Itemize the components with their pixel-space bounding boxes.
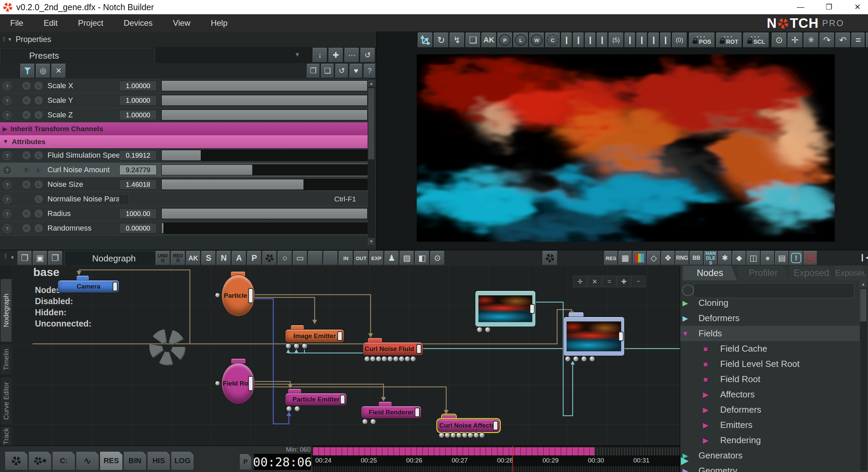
skip-start-button[interactable]: ❙◀ (859, 253, 868, 262)
tab-nodegraph[interactable]: Nodegraph (1, 279, 12, 342)
link-badge[interactable]: L (35, 166, 43, 174)
toolbar-grip[interactable]: ⁞⁞ (4, 253, 6, 260)
graph-fit-button[interactable]: ✕ (588, 276, 602, 287)
transform-axes-button[interactable] (418, 33, 433, 47)
param-slider[interactable] (161, 80, 368, 91)
expand-icon[interactable]: ▶ (701, 391, 711, 399)
timeline-loop-region[interactable] (313, 447, 594, 455)
param-slider[interactable] (161, 179, 368, 190)
link-badge[interactable]: L (35, 180, 43, 189)
scroll-down-icon[interactable]: ▼ (368, 238, 375, 245)
node-pin[interactable] (581, 356, 587, 362)
node-pin[interactable] (285, 343, 291, 349)
preset-add-button[interactable]: ✚ (329, 48, 343, 62)
node-output-slot[interactable] (248, 376, 253, 391)
tree-item-rendering[interactable]: ▶Rendering (680, 433, 860, 448)
keyframe-badge[interactable]: K (22, 224, 31, 232)
param-slider[interactable] (161, 95, 368, 106)
tab-profiler[interactable]: Profiler (738, 266, 789, 280)
node-pin[interactable] (370, 356, 376, 362)
node-pin[interactable] (589, 356, 595, 362)
settings-button[interactable] (5, 451, 28, 470)
menu-project[interactable]: Project (68, 18, 114, 28)
gear-flower-button[interactable] (262, 251, 277, 265)
minimize-button[interactable]: — (793, 3, 808, 12)
node-pin[interactable] (286, 406, 292, 412)
info-display-button[interactable]: ▤ (775, 251, 789, 265)
node-pin[interactable] (473, 432, 479, 438)
keyframe-badge[interactable]: K (22, 166, 31, 174)
param-value[interactable]: 0.00000 (119, 223, 157, 233)
rgb-channels-button[interactable] (633, 251, 646, 265)
menu-view[interactable]: View (163, 18, 201, 28)
local-button[interactable]: L (513, 33, 528, 47)
param-slider[interactable] (161, 223, 368, 234)
node-pin[interactable] (439, 432, 445, 438)
rotate-tool-button[interactable]: ↻ (434, 33, 449, 47)
straight-link-button[interactable] (323, 251, 338, 265)
filter-button[interactable] (20, 64, 35, 78)
wire-cube-button[interactable]: ◇ (647, 251, 660, 265)
asterisk-button[interactable]: ✱ (718, 251, 732, 265)
snap-i1-button[interactable]: ❙ (561, 33, 572, 47)
node-pin[interactable] (376, 356, 381, 362)
bounding-box-button[interactable]: BB (690, 251, 703, 265)
link-badge[interactable]: L (35, 96, 43, 104)
preset-more-button[interactable]: ⋯ (344, 48, 359, 62)
tab-curve-editor[interactable]: Curve Editor (1, 377, 12, 425)
param-slider[interactable] (161, 164, 368, 175)
res-toggle-button[interactable]: RES (604, 251, 618, 265)
restore-button[interactable]: ❐ (821, 3, 837, 12)
undo-button[interactable]: UNDO (156, 251, 170, 265)
grid-quad-button[interactable]: ▦ (618, 251, 632, 265)
snap-i6-button[interactable]: ❙ (636, 33, 647, 47)
presets-dropdown-arrow-icon[interactable]: ▼ (294, 51, 300, 58)
menu-help[interactable]: Help (201, 18, 238, 28)
node-pin[interactable] (364, 356, 370, 362)
node-input-pin[interactable] (215, 381, 220, 386)
graph-zoom-out-button[interactable]: − (631, 276, 646, 287)
expand-icon[interactable]: ▶ (680, 299, 690, 307)
log-button[interactable]: LOG (171, 451, 194, 470)
node-output-slot[interactable] (248, 288, 253, 303)
revert-button[interactable]: ↺ (335, 64, 348, 78)
tree-item-affectors[interactable]: ▶Affectors (680, 387, 860, 402)
ghost-nodes-button[interactable]: ♟ (384, 251, 399, 265)
magnify-button[interactable]: ○ (866, 33, 868, 47)
node-field-renderer[interactable]: Field Renderer (361, 406, 421, 419)
node-curl-noise-affector[interactable]: Curl Noise Affector (437, 419, 500, 432)
help-badge[interactable]: ? (3, 180, 12, 189)
node-pin[interactable] (410, 356, 416, 362)
bin-button[interactable]: BIN (123, 451, 146, 470)
move-gizmo-button[interactable]: ✛ (788, 33, 803, 47)
scroll-up-icon[interactable]: ▲ (368, 80, 375, 87)
preset-reset-button[interactable]: ↺ (360, 48, 375, 62)
preset-download-button[interactable]: ↓ (313, 48, 327, 62)
help-badge[interactable]: ? (3, 96, 12, 105)
tree-item-generators[interactable]: ▶Generators (680, 448, 860, 463)
node-image-emitter[interactable]: Image Emitter (285, 329, 344, 343)
lock-rotation-button[interactable]: ▪▪▪ ROT (716, 33, 742, 47)
node-video-preview-1[interactable] (475, 291, 536, 327)
node-pin[interactable] (370, 419, 376, 425)
help-badge[interactable]: ? (3, 195, 12, 204)
collapse-icon[interactable]: ▼ (7, 37, 12, 42)
node-pin[interactable] (565, 356, 571, 362)
node-pin[interactable] (468, 432, 473, 438)
cache-button[interactable]: C: (52, 451, 75, 470)
param-value[interactable]: 1.46018 (119, 179, 157, 190)
scale-gizmo-button[interactable]: ✳ (804, 33, 818, 47)
keyframe-badge[interactable]: K (22, 111, 31, 119)
param-value[interactable]: 0.19912 (119, 150, 157, 160)
clear-filter-button[interactable]: ✕ (52, 64, 66, 78)
expand-icon[interactable]: ▶ (701, 436, 711, 445)
snap-i2-button[interactable]: ❙ (573, 33, 584, 47)
tree-item-fields[interactable]: ▼Fields (680, 326, 860, 341)
link-badge[interactable]: L (35, 210, 43, 218)
param-value[interactable]: 1000.00 (119, 209, 157, 219)
node-pin[interactable] (573, 356, 579, 362)
resources-button[interactable]: RES (100, 451, 123, 470)
link-badge[interactable]: L (35, 195, 43, 203)
panel-grip[interactable]: ⁞⁞ (3, 36, 5, 43)
keyframe-badge[interactable]: K (22, 96, 31, 104)
